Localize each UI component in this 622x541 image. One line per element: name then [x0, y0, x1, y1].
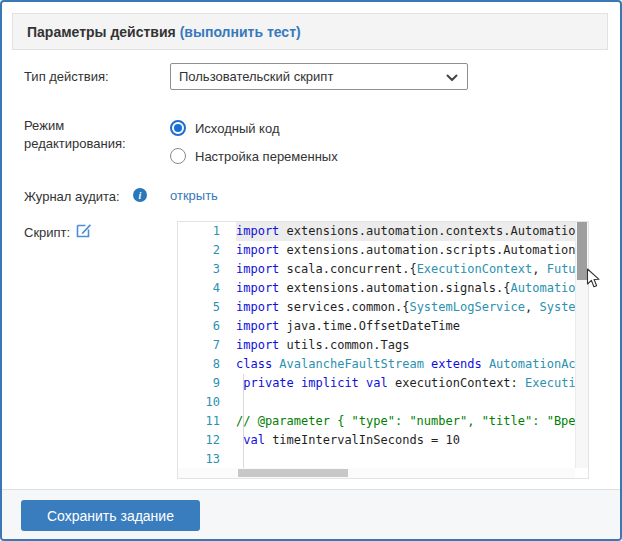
code-text: import extensions.automation.scripts.Aut…: [236, 241, 575, 260]
code-text: import utils.common.Tags: [236, 336, 575, 355]
line-number: 9: [178, 374, 236, 393]
line-number: 8: [178, 355, 236, 374]
code-text: // @parameter { "type": "number", "title…: [236, 412, 575, 431]
code-text: import extensions.automation.signals.{Au…: [236, 279, 575, 298]
action-type-value: Пользовательский скрипт: [179, 69, 333, 84]
horizontal-scrollbar-thumb[interactable]: [238, 469, 348, 477]
code-text: [236, 393, 575, 412]
code-text: class AvalancheFaultStream extends Autom…: [236, 355, 575, 374]
line-number: 5: [178, 298, 236, 317]
code-text: private implicit val executionContext: E…: [236, 374, 575, 393]
radio-button-icon[interactable]: [170, 148, 186, 164]
vertical-scrollbar-thumb[interactable]: [577, 222, 587, 280]
code-line[interactable]: 2import extensions.automation.scripts.Au…: [178, 241, 575, 260]
action-parameters-panel: Параметры действия (выполнить тест) Тип …: [0, 0, 622, 541]
code-text: import extensions.automation.contexts.Au…: [236, 222, 575, 241]
line-number: 11: [178, 412, 236, 431]
code-text: import scala.concurrent.{ExecutionContex…: [236, 260, 575, 279]
code-line[interactable]: 12 val timeIntervalInSeconds = 10: [178, 431, 575, 450]
action-type-select[interactable]: Пользовательский скрипт: [170, 63, 468, 90]
info-circle-icon[interactable]: i: [133, 188, 147, 202]
radio-variables-setup[interactable]: Настройка переменных: [170, 148, 338, 164]
code-editor[interactable]: 1import extensions.automation.contexts.A…: [177, 221, 589, 479]
code-line[interactable]: 9 private implicit val executionContext:…: [178, 374, 575, 393]
vertical-scrollbar[interactable]: [575, 222, 588, 468]
code-line[interactable]: 6import java.time.OffsetDateTime: [178, 317, 575, 336]
code-line[interactable]: 13: [178, 450, 575, 468]
chevron-down-icon: [446, 74, 458, 82]
audit-log-label: Журнал аудита:: [24, 188, 120, 206]
code-line[interactable]: 10: [178, 393, 575, 412]
line-number: 6: [178, 317, 236, 336]
code-line[interactable]: 7import utils.common.Tags: [178, 336, 575, 355]
line-number: 12: [178, 431, 236, 450]
code-line[interactable]: 4import extensions.automation.signals.{A…: [178, 279, 575, 298]
line-number: 7: [178, 336, 236, 355]
code-text: val timeIntervalInSeconds = 10: [236, 431, 575, 450]
code-line[interactable]: 5import services.common.{SystemLogServic…: [178, 298, 575, 317]
edit-pencil-icon[interactable]: [76, 222, 92, 238]
audit-log-open-link[interactable]: открыть: [170, 188, 218, 203]
line-number: 10: [178, 393, 236, 412]
code-text: [236, 450, 575, 468]
line-number: 1: [178, 222, 236, 241]
radio-source-code-label: Исходный код: [195, 121, 280, 136]
code-text: import services.common.{SystemLogService…: [236, 298, 575, 317]
edit-mode-label: Режим редактирования:: [24, 117, 142, 153]
radio-source-code[interactable]: Исходный код: [170, 120, 280, 136]
run-test-link[interactable]: (выполнить тест): [180, 24, 301, 40]
code-text: import java.time.OffsetDateTime: [236, 317, 575, 336]
code-editor-lines: 1import extensions.automation.contexts.A…: [178, 222, 575, 468]
line-number: 2: [178, 241, 236, 260]
line-number: 4: [178, 279, 236, 298]
panel-title: Параметры действия: [27, 24, 176, 40]
code-line[interactable]: 3import scala.concurrent.{ExecutionConte…: [178, 260, 575, 279]
action-type-label: Тип действия:: [24, 68, 109, 86]
line-number: 13: [178, 450, 236, 468]
radio-button-icon[interactable]: [170, 120, 186, 136]
code-line[interactable]: 8class AvalancheFaultStream extends Auto…: [178, 355, 575, 374]
panel-footer: Сохранить задание: [2, 489, 620, 539]
code-line[interactable]: 1import extensions.automation.contexts.A…: [178, 222, 575, 241]
save-task-button[interactable]: Сохранить задание: [21, 500, 200, 531]
line-number: 3: [178, 260, 236, 279]
panel-header: Параметры действия (выполнить тест): [12, 13, 608, 50]
radio-variables-setup-label: Настройка переменных: [195, 149, 338, 164]
script-label: Скрипт:: [24, 224, 70, 242]
code-line[interactable]: 11// @parameter { "type": "number", "tit…: [178, 412, 575, 431]
horizontal-scrollbar[interactable]: [178, 468, 575, 478]
